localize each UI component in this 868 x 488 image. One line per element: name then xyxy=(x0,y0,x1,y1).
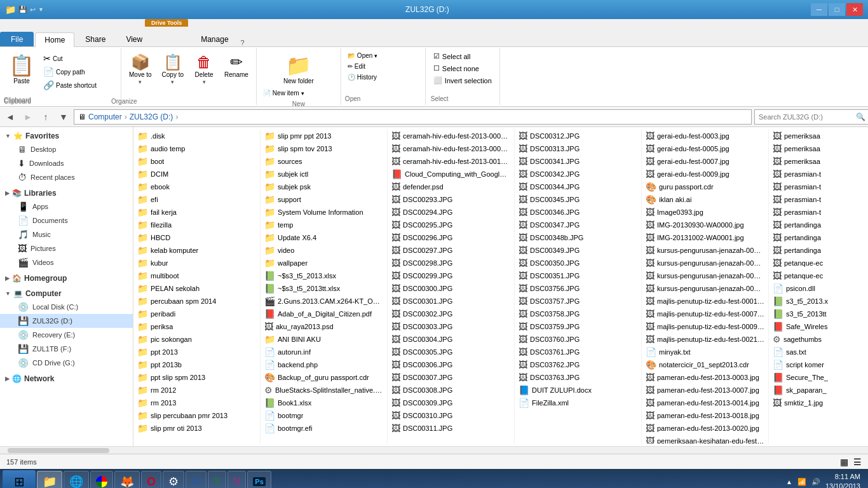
forward-button[interactable]: ► xyxy=(20,109,36,125)
quick-access-undo[interactable]: ↩ xyxy=(30,6,36,14)
list-item[interactable]: 🖼IMG-20130930-WA0000.jpg xyxy=(643,219,767,231)
clock[interactable]: 8:11 AM 13/10/2013 xyxy=(825,472,860,488)
list-item[interactable]: 📁slip pmr ppt 2013 xyxy=(262,130,386,142)
move-to-button[interactable]: 📦 Move to ▾ xyxy=(125,51,156,88)
list-item[interactable]: 🖼DSC00313.JPG xyxy=(516,142,640,155)
edit-button[interactable]: ✏ Edit xyxy=(345,62,421,71)
list-item[interactable]: 🖼DSC00299.JPG xyxy=(389,269,513,282)
select-all-button[interactable]: ☑ Select all xyxy=(431,51,494,62)
list-item[interactable]: 🖼DSC00297.JPG xyxy=(389,244,513,257)
list-item[interactable]: 🖼perasmian-t xyxy=(770,180,868,193)
list-item[interactable]: 🖼DSC00294.JPG xyxy=(389,206,513,219)
list-item[interactable]: 📁temp xyxy=(262,219,386,231)
list-item[interactable]: 🖼pameran-edu-fest-2013-0014.jpg xyxy=(643,396,767,409)
list-item[interactable]: 📁boot xyxy=(135,155,259,168)
list-item[interactable]: 🎨Backup_of_guru passport.cdr xyxy=(262,371,386,384)
taskbar-word[interactable]: W xyxy=(186,471,207,488)
list-item[interactable]: 📁periksa xyxy=(135,320,259,333)
list-item[interactable]: 📁Update X6.4 xyxy=(262,231,386,244)
tab-share[interactable]: Share xyxy=(76,32,115,46)
list-item[interactable]: 🖼DSC00309.JPG xyxy=(389,396,513,409)
nav-pictures[interactable]: 🖼 Pictures xyxy=(0,241,133,255)
maximize-button[interactable]: □ xyxy=(829,3,845,16)
list-item[interactable]: 📁ANI BINI AKU xyxy=(262,333,386,346)
list-item[interactable]: 🎨guru passport.cdr xyxy=(643,180,767,193)
list-item[interactable]: ⚙BlueStacks-SplitInstaller_native.exe xyxy=(262,384,386,396)
quick-access-save[interactable]: 💾 xyxy=(18,6,27,14)
list-item[interactable]: 📁sources xyxy=(262,155,386,168)
list-item[interactable]: 🖼DSC00306.JPG xyxy=(389,358,513,371)
list-item[interactable]: 📁.disk xyxy=(135,130,259,142)
favorites-header[interactable]: ▼ ⭐ Favorites xyxy=(0,130,133,142)
list-item[interactable]: 📁subjek psk xyxy=(262,180,386,193)
list-item[interactable]: 📁efi xyxy=(135,193,259,206)
tab-manage[interactable]: Manage xyxy=(191,32,238,46)
recent-button[interactable]: ▼ xyxy=(56,109,71,125)
list-item[interactable]: 🖼petanque-ec xyxy=(770,257,868,269)
list-item[interactable]: 🎨iklan aki.ai xyxy=(643,193,767,206)
taskbar-opera[interactable]: O xyxy=(141,471,161,488)
list-item[interactable]: 🖼DSC00302.JPG xyxy=(389,308,513,320)
list-item[interactable]: 🖼DSC00307.JPG xyxy=(389,371,513,384)
list-item[interactable]: 📕Safe_Wireles xyxy=(770,320,868,333)
list-item[interactable]: 📁pic sokongan xyxy=(135,333,259,346)
list-item[interactable]: 📁peribadi xyxy=(135,308,259,320)
list-item[interactable]: 📕sk_paparan_ xyxy=(770,384,868,396)
paste-button[interactable]: 📋 Paste xyxy=(4,51,39,87)
list-item[interactable]: 📁kelab komputer xyxy=(135,244,259,257)
list-item[interactable]: 🖼gerai-edu-fest-0005.jpg xyxy=(643,142,767,155)
list-item[interactable]: 🖼DSC03757.JPG xyxy=(516,295,640,308)
list-item[interactable]: 📁ebook xyxy=(135,180,259,193)
tray-arrow[interactable]: ▲ xyxy=(786,478,792,485)
new-item-button[interactable]: 📄 New item ▾ xyxy=(261,88,337,98)
list-item[interactable]: 🖼DSC00312.JPG xyxy=(516,130,640,142)
list-item[interactable]: 📄bootmgr xyxy=(262,409,386,422)
list-item[interactable]: 📁filezilla xyxy=(135,219,259,231)
list-item[interactable]: 📗s3_t5_2013tt xyxy=(770,308,868,320)
nav-zul32g-d[interactable]: 💾 ZUL32G (D:) xyxy=(0,314,133,328)
taskbar-firefox[interactable]: 🦊 xyxy=(114,471,140,488)
list-item[interactable]: 🖼petanque-ec xyxy=(770,269,868,282)
list-item[interactable]: 🖼pameran-edu-fest-2013-0007.jpg xyxy=(643,384,767,396)
list-item[interactable]: 🖼gerai-edu-fest-0009.jpg xyxy=(643,168,767,180)
list-item[interactable]: 🖼DSC00304.JPG xyxy=(389,333,513,346)
list-item[interactable]: 🖼DSC00342.JPG xyxy=(516,168,640,180)
list-item[interactable]: 🖼DSC00295.JPG xyxy=(389,219,513,231)
list-item[interactable]: 🖼pemeriksaa xyxy=(770,155,868,168)
list-item[interactable]: 📁audio temp xyxy=(135,142,259,155)
list-item[interactable]: 🖼ceramah-hiv-edu-fest-2013-0004.jpg xyxy=(389,142,513,155)
list-item[interactable]: 📁percubaan spm 2014 xyxy=(135,295,259,308)
list-item[interactable]: 📄FileZilla.xml xyxy=(516,396,640,409)
list-item[interactable]: 🖼gerai-edu-fest-0003.jpg xyxy=(643,130,767,142)
breadcrumb-computer[interactable]: Computer xyxy=(88,112,122,121)
list-item[interactable]: 📁wallpaper xyxy=(262,257,386,269)
quick-access-more[interactable]: ▼ xyxy=(38,6,44,13)
close-button[interactable]: ✕ xyxy=(846,3,863,16)
list-item[interactable]: 📄psicon.dll xyxy=(770,282,868,295)
list-item[interactable]: 🖼DSC03759.JPG xyxy=(516,320,640,333)
list-item[interactable]: 📗s3_t5_2013.x xyxy=(770,295,868,308)
list-item[interactable]: 🖼majlis-penutup-tiz-edu-fest-0001.jpg xyxy=(643,295,767,308)
tab-file[interactable]: File xyxy=(0,32,34,46)
list-item[interactable]: 📁fail kerja xyxy=(135,206,259,219)
list-item[interactable]: 📕Adab_of_a_Digital_Citizen.pdf xyxy=(262,308,386,320)
list-item[interactable]: 📄bootmgr.efi xyxy=(262,422,386,435)
nav-cd-drive-g[interactable]: 💿 CD Drive (G:) xyxy=(0,356,133,370)
list-item[interactable]: 📄backend.php xyxy=(262,358,386,371)
list-item[interactable]: 🖼DSC00308.JPG xyxy=(389,384,513,396)
ribbon-help[interactable]: ? xyxy=(241,39,245,46)
list-item[interactable]: 🖼DSC03763.JPG xyxy=(516,371,640,384)
list-item[interactable]: 📄sas.txt xyxy=(770,346,868,358)
list-item[interactable]: 🖼aku_raya2013.psd xyxy=(262,320,386,333)
list-item[interactable]: 📁ppt slip spm 2013 xyxy=(135,371,259,384)
open-button[interactable]: 📂 Open ▾ xyxy=(345,51,421,60)
list-item[interactable]: 🖼pameran-edu-fest-2013-0020.jpg xyxy=(643,422,767,435)
breadcrumb-drive[interactable]: ZUL32G (D:) xyxy=(130,112,173,121)
nav-videos[interactable]: 🎬 Videos xyxy=(0,255,133,269)
cut-button[interactable]: ✂ Cut xyxy=(41,52,117,65)
horizontal-scrollbar[interactable] xyxy=(0,446,868,454)
list-item[interactable]: 🖼pemeriksaa xyxy=(770,130,868,142)
network-header[interactable]: ▶ 🌐 Network xyxy=(0,372,133,385)
list-item[interactable]: 📗~$s3_t5_2013.xlsx xyxy=(262,269,386,282)
list-item[interactable]: 🖼pemeriksaa xyxy=(770,142,868,155)
